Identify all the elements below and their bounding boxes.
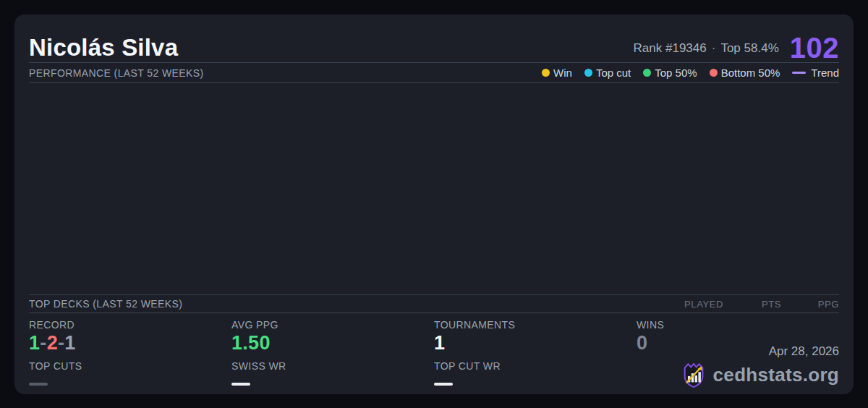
legend-label: Top 50%: [655, 67, 697, 79]
performance-section-header: PERFORMANCE (LAST 52 WEEKS) Win Top cut …: [29, 63, 839, 82]
page-title: Nicolás Silva: [29, 35, 178, 61]
performance-chart: [29, 83, 839, 294]
stat-record: RECORD 1-2-1 TOP CUTS: [29, 319, 231, 386]
record-sep: -: [40, 332, 46, 354]
rank-separator: ·: [712, 41, 716, 55]
column-header-pts: PTS: [723, 299, 781, 310]
record-sep: -: [58, 332, 64, 354]
swiss-wr-label: SWISS WR: [231, 360, 434, 372]
percentile-text: Top 58.4%: [720, 41, 778, 55]
rank-text: Rank #19346: [634, 41, 707, 55]
record-wins: 1: [29, 332, 40, 354]
legend-item-win[interactable]: Win: [542, 67, 572, 79]
card-header: Nicolás Silva Rank #19346·Top 58.4% 102: [29, 14, 839, 62]
brand-text: cedhstats.org: [713, 364, 839, 386]
top50-dot-icon: [643, 69, 651, 77]
chart-legend: Win Top cut Top 50% Bottom 50% Trend: [542, 67, 839, 79]
player-score: 102: [790, 35, 839, 61]
win-dot-icon: [542, 69, 550, 77]
top-decks-section-header: TOP DECKS (LAST 52 WEEKS) PLAYED PTS PPG: [29, 295, 839, 313]
avg-ppg-label: AVG PPG: [231, 319, 434, 331]
avg-ppg-value: 1.50: [231, 333, 434, 353]
top-decks-column-headers: PLAYED PTS PPG: [665, 299, 839, 310]
date-text: Apr 28, 2026: [769, 344, 839, 359]
player-stats-card: Nicolás Silva Rank #19346·Top 58.4% 102 …: [14, 14, 854, 394]
stat-tournaments: TOURNAMENTS 1 TOP CUT WR: [434, 319, 637, 386]
stat-avg-ppg: AVG PPG 1.50 SWISS WR: [231, 319, 434, 386]
legend-item-bottom50[interactable]: Bottom 50%: [710, 67, 780, 79]
legend-item-top-cut[interactable]: Top cut: [584, 67, 631, 79]
tournaments-value: 1: [434, 333, 637, 353]
legend-label: Top cut: [596, 67, 631, 79]
brand-link[interactable]: cedhstats.org: [680, 361, 839, 388]
card-footer: Apr 28, 2026 cedhstats.org: [680, 344, 839, 388]
legend-label: Trend: [811, 67, 839, 79]
top-cut-dot-icon: [584, 69, 592, 77]
top-cut-wr-label: TOP CUT WR: [434, 360, 637, 372]
top-cuts-empty-indicator: [29, 383, 48, 386]
wins-label: WINS: [637, 319, 839, 331]
record-draws: 1: [64, 332, 75, 354]
tournaments-label: TOURNAMENTS: [434, 319, 637, 331]
legend-label: Win: [553, 67, 572, 79]
cedhstats-logo-icon: [680, 361, 707, 388]
top-decks-title: TOP DECKS (LAST 52 WEEKS): [29, 298, 182, 310]
performance-title: PERFORMANCE (LAST 52 WEEKS): [29, 67, 204, 79]
rank-line: Rank #19346·Top 58.4%: [634, 41, 779, 56]
legend-item-top50[interactable]: Top 50%: [643, 67, 697, 79]
column-header-ppg: PPG: [781, 299, 839, 310]
top-cut-wr-empty-indicator: [434, 383, 453, 386]
swiss-wr-empty-indicator: [231, 383, 250, 386]
rank-summary: Rank #19346·Top 58.4% 102: [634, 35, 839, 61]
bottom50-dot-icon: [710, 69, 718, 77]
column-header-played: PLAYED: [665, 299, 723, 310]
trend-line-icon: [792, 72, 806, 74]
record-losses: 2: [47, 332, 58, 354]
legend-label: Bottom 50%: [721, 67, 780, 79]
top-cuts-label: TOP CUTS: [29, 360, 231, 372]
record-label: RECORD: [29, 319, 231, 331]
record-value: 1-2-1: [29, 333, 231, 353]
legend-item-trend[interactable]: Trend: [792, 67, 839, 79]
